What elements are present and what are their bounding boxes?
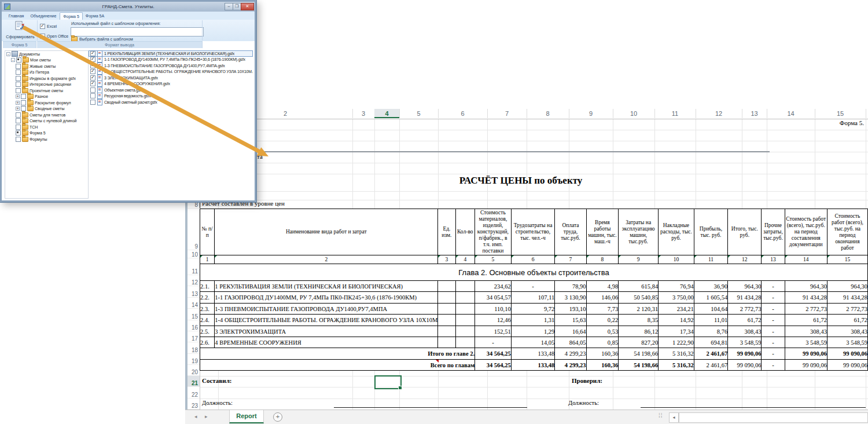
work-name-cell[interactable]: 4 ВРЕМЕННЫЕ СООРУЖЕНИЯ [215, 337, 438, 348]
column-header-12[interactable]: 12 [696, 109, 742, 118]
value-cell[interactable]: 2 120,31 [619, 304, 659, 315]
column-number-cell[interactable]: 12 [728, 255, 762, 264]
value-cell[interactable]: - [475, 337, 512, 348]
row-number-9[interactable]: 9 [187, 209, 200, 250]
table-header-cell[interactable]: Прибыль, тыс. руб. [694, 209, 728, 255]
tree-checkbox[interactable] [16, 70, 21, 75]
table-header-cell[interactable]: Наименование вида работ и затрат [215, 209, 438, 255]
generate-button[interactable]: Сформировать [3, 20, 37, 42]
value-cell[interactable]: 110,10 [475, 304, 512, 315]
row-number-18[interactable]: 18 [187, 342, 200, 354]
total-value-cell[interactable]: 99 090,06 [827, 348, 867, 360]
minimize-button[interactable]: – [225, 3, 233, 10]
tree-checkbox[interactable] [16, 88, 21, 93]
value-cell[interactable]: 76,94 [659, 281, 694, 292]
column-header-13[interactable]: 13 [742, 109, 767, 118]
value-cell[interactable]: 1 222,90 [659, 337, 694, 348]
file-checkbox[interactable] [90, 87, 95, 93]
tree-item[interactable]: +Раскрытие формул [5, 100, 88, 106]
close-button[interactable]: ✕ [241, 3, 254, 10]
value-cell[interactable]: 1,29 [511, 326, 555, 337]
value-cell[interactable]: 61,72 [827, 315, 867, 326]
total-value-cell[interactable]: 99 090,06 [827, 360, 867, 371]
total-value-cell[interactable]: 133,48 [511, 348, 555, 360]
value-cell[interactable]: 2 772,73 [728, 304, 762, 315]
value-cell[interactable]: 146,06 [586, 292, 619, 304]
value-cell[interactable]: 615,84 [619, 281, 659, 292]
empty-cell[interactable] [438, 281, 455, 292]
table-header-cell[interactable]: Кол-во [455, 209, 475, 255]
total-value-cell[interactable]: 160,36 [586, 360, 619, 371]
total-value-cell[interactable]: 5 316,32 [659, 360, 694, 371]
value-cell[interactable]: - [762, 292, 785, 304]
row-number-15[interactable]: 15 [187, 309, 200, 320]
excel-checkbox[interactable] [40, 24, 45, 29]
tree-item[interactable]: +Сводные сметы [5, 106, 88, 112]
column-header-4[interactable]: 4 [374, 109, 400, 118]
value-cell[interactable]: 964,30 [785, 281, 827, 292]
table-header-cell[interactable]: Трудозатраты на строительство, тыс. чел.… [511, 209, 555, 255]
expand-icon[interactable]: + [16, 94, 20, 98]
value-cell[interactable]: 4,98 [586, 281, 619, 292]
total-value-cell[interactable]: 5 316,32 [659, 348, 694, 360]
column-number-cell[interactable]: 14 [785, 255, 827, 264]
fill-handle[interactable] [398, 386, 402, 390]
file-item[interactable]: 1 РЕКУЛЬТИВАЦИЯ ЗЕМЛИ (ТЕХНИЧЕСКАЯ И БИО… [89, 50, 253, 57]
value-cell[interactable]: 50 540,85 [619, 292, 659, 304]
new-sheet-button[interactable]: + [273, 412, 282, 422]
value-cell[interactable]: 152,51 [475, 326, 512, 337]
total-value-cell[interactable]: 160,36 [586, 348, 619, 360]
table-header-cell[interactable]: Прочие затраты, тыс.руб. [762, 209, 785, 255]
file-checkbox[interactable] [90, 93, 95, 98]
value-cell[interactable]: 91 434,28 [728, 292, 762, 304]
value-cell[interactable]: 14,92 [659, 315, 694, 326]
total-value-cell[interactable]: 54 198,66 [619, 360, 659, 371]
tree-checkbox[interactable] [16, 125, 21, 130]
empty-cell[interactable] [455, 337, 475, 348]
tree-item[interactable]: ТСН [5, 124, 88, 130]
value-cell[interactable]: 2 772,73 [785, 304, 827, 315]
empty-cell[interactable] [455, 315, 475, 326]
value-cell[interactable]: 2 772,73 [827, 304, 867, 315]
tree-item[interactable]: Форма 5 [5, 130, 88, 137]
work-name-cell[interactable]: 1 РЕКУЛЬТИВАЦИЯ ЗЕМЛИ (ТЕХНИЧЕСКАЯ И БИО… [215, 281, 438, 292]
value-cell[interactable]: 827,20 [619, 337, 659, 348]
total-value-cell[interactable]: 34 564,25 [475, 360, 512, 371]
total-value-cell[interactable]: 133,48 [511, 360, 555, 371]
empty-cell[interactable] [455, 281, 475, 292]
value-cell[interactable]: 17,34 [659, 326, 694, 337]
value-cell[interactable]: 8,35 [619, 315, 659, 326]
dialog-tab-4[interactable]: Форма 5А [83, 12, 107, 19]
tree-item[interactable]: -Мои сметы [5, 57, 88, 64]
column-number-cell[interactable]: 8 [586, 255, 619, 264]
file-checkbox[interactable] [90, 100, 95, 105]
total-value-cell[interactable]: 4 299,23 [555, 360, 586, 371]
value-cell[interactable]: 107,11 [511, 292, 555, 304]
table-header-cell[interactable]: Накладные расходы, тыс. руб. [659, 209, 694, 255]
column-header-6[interactable]: 6 [438, 109, 488, 118]
file-item[interactable]: 4 ВРЕМЕННЫЕ СООРУЖЕНИЯ.gsfx [89, 81, 253, 87]
value-cell[interactable]: 34 054,57 [475, 292, 512, 304]
empty-cell[interactable] [438, 315, 455, 326]
tree-item[interactable]: +Разное [5, 94, 88, 100]
tree-checkbox[interactable] [21, 100, 26, 105]
table-header-cell[interactable]: Стоимость работ (всего), тыс.руб. на пер… [785, 209, 827, 255]
value-cell[interactable]: 3 750,00 [659, 292, 694, 304]
row-number-17[interactable]: 17 [187, 331, 200, 342]
column-number-cell[interactable]: 13 [762, 255, 785, 264]
value-cell[interactable]: 234,21 [659, 304, 694, 315]
file-checkbox[interactable] [90, 75, 95, 81]
empty-cell[interactable] [438, 292, 455, 304]
work-name-cell[interactable]: 1-1 ГАЗОПРОВОД ДУ1400ММ, РУ 7,4МПа ПК0-П… [215, 292, 438, 304]
value-cell[interactable]: 14,05 [511, 337, 555, 348]
value-cell[interactable]: 3 130,90 [555, 292, 586, 304]
column-number-cell[interactable]: 9 [619, 255, 659, 264]
maximize-button[interactable]: ❒ [233, 3, 241, 10]
column-header-3[interactable]: 3 [352, 109, 375, 118]
column-header-14[interactable]: 14 [767, 109, 815, 118]
tree-item[interactable]: Сметы для тикетов [5, 112, 88, 118]
value-cell[interactable]: 104,64 [694, 304, 728, 315]
total-value-cell[interactable]: - [762, 360, 785, 371]
expand-icon[interactable]: + [16, 107, 20, 111]
value-cell[interactable]: 86,12 [619, 326, 659, 337]
